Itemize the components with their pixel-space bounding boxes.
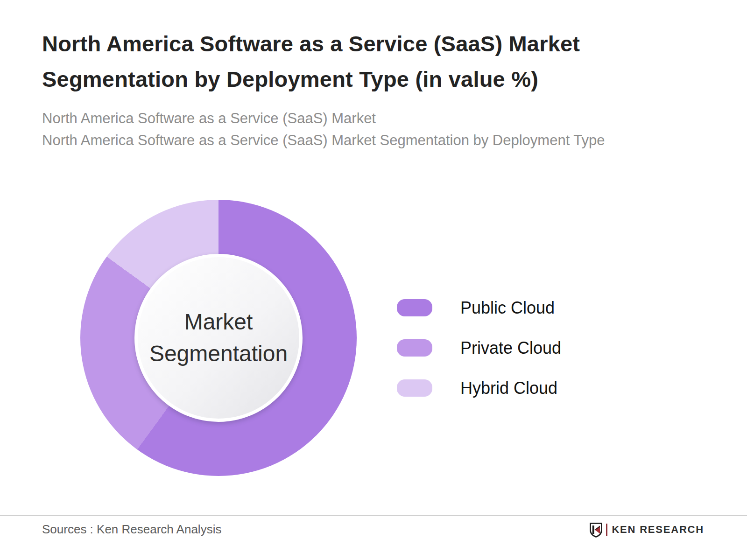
logo-wordmark: KEN RESEARCH: [612, 524, 704, 536]
legend-label-public-cloud: Public Cloud: [460, 298, 555, 318]
chart-subtitle: North America Software as a Service (Saa…: [42, 107, 728, 151]
sources-text: Sources : Ken Research Analysis: [42, 522, 221, 537]
legend-label-hybrid-cloud: Hybrid Cloud: [460, 378, 557, 398]
footer-divider: [0, 515, 747, 516]
logo-separator: [606, 524, 607, 536]
donut-center-circle: Market Segmentation: [134, 254, 303, 422]
header: North America Software as a Service (Saa…: [42, 26, 728, 151]
ken-research-shield-icon: [589, 522, 603, 538]
legend-item-private-cloud[interactable]: Private Cloud: [397, 339, 561, 357]
chart-title: North America Software as a Service (Saa…: [42, 26, 728, 97]
chart-subtitle-line-2: North America Software as a Service (Saa…: [42, 129, 728, 151]
chart-title-line-1: North America Software as a Service (Saa…: [42, 26, 728, 62]
legend: Public CloudPrivate CloudHybrid Cloud: [397, 299, 561, 420]
legend-swatch-private-cloud: [397, 339, 432, 357]
legend-swatch-hybrid-cloud: [397, 379, 432, 397]
page-root: { "header": { "title_line1": "North Amer…: [0, 0, 747, 560]
chart-subtitle-line-1: North America Software as a Service (Saa…: [42, 107, 728, 129]
chart-title-line-2: Segmentation by Deployment Type (in valu…: [42, 62, 728, 97]
donut-center-label: Market Segmentation: [148, 306, 289, 370]
legend-swatch-public-cloud: [397, 299, 432, 316]
legend-item-hybrid-cloud[interactable]: Hybrid Cloud: [397, 379, 561, 397]
legend-label-private-cloud: Private Cloud: [460, 338, 561, 358]
donut-chart-area: Market Segmentation: [80, 200, 357, 476]
ken-research-logo: KEN RESEARCH: [589, 522, 704, 538]
legend-item-public-cloud[interactable]: Public Cloud: [397, 299, 561, 316]
